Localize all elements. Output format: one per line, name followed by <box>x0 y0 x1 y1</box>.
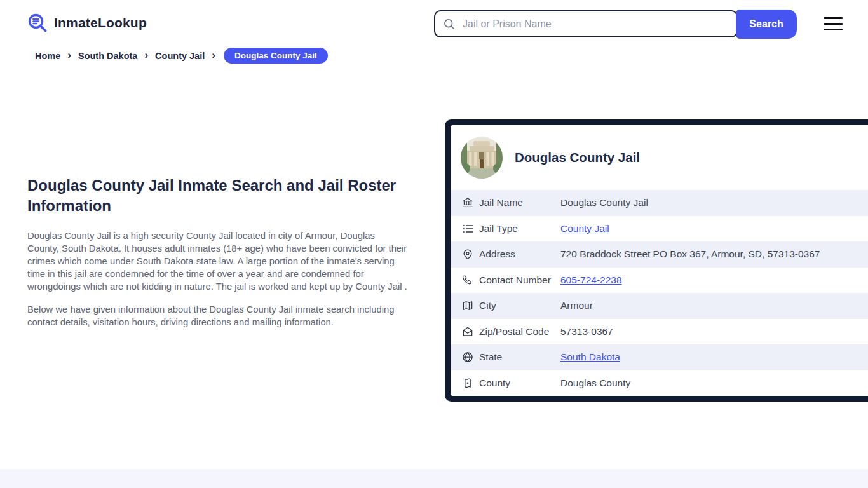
card-header: Douglas County Jail <box>451 125 868 190</box>
row-label: City <box>479 300 560 311</box>
row-label: State <box>479 351 560 363</box>
row-label: Contact Number <box>479 274 560 286</box>
chevron-right-icon: › <box>212 50 215 60</box>
globe-icon <box>461 351 474 363</box>
row-value: 720 Braddock Street PO Box 367, Armour, … <box>560 248 820 260</box>
breadcrumb-home[interactable]: Home <box>35 51 60 61</box>
intro-paragraph: Douglas County Jail is a high security C… <box>27 229 409 293</box>
contact-number-link[interactable]: 605-724-2238 <box>560 274 622 286</box>
search-bar: Search <box>434 10 796 39</box>
table-row-jail-type: Jail Type County Jail <box>451 216 868 242</box>
breadcrumb-current-badge: Douglas County Jail <box>224 48 328 64</box>
map-icon <box>461 299 474 312</box>
brand-logo[interactable]: InmateLookup <box>27 12 147 34</box>
bank-icon <box>461 196 474 209</box>
card-title: Douglas County Jail <box>515 150 640 165</box>
county-map-icon <box>461 377 474 390</box>
brand-name: InmateLookup <box>54 15 147 30</box>
row-value: 57313-0367 <box>560 326 613 337</box>
row-label: Jail Type <box>479 223 560 234</box>
jail-info-table: Jail Name Douglas County Jail Jail Type … <box>451 190 868 396</box>
row-value: Douglas County Jail <box>560 197 648 208</box>
jail-type-link[interactable]: County Jail <box>560 223 609 234</box>
page-title: Douglas County Jail Inmate Search and Ja… <box>27 175 409 216</box>
secondary-paragraph: Below we have given information about th… <box>27 303 409 329</box>
row-value: Douglas County <box>560 377 630 389</box>
state-link[interactable]: South Dakota <box>560 351 620 363</box>
search-input[interactable] <box>461 18 729 30</box>
list-icon <box>461 222 474 235</box>
table-row-city: City Armour <box>451 293 868 319</box>
row-label: County <box>479 377 560 389</box>
hamburger-menu-icon[interactable] <box>824 17 843 30</box>
mail-icon <box>461 325 474 338</box>
breadcrumb: Home › South Dakota › County Jail › Doug… <box>35 48 328 64</box>
search-field[interactable] <box>434 10 738 37</box>
location-pin-icon <box>461 248 474 261</box>
row-label: Address <box>479 248 560 260</box>
table-row-address: Address 720 Braddock Street PO Box 367, … <box>451 241 868 268</box>
table-row-state: State South Dakota <box>451 344 868 370</box>
magnifier-document-icon <box>27 12 48 34</box>
table-row-jail-name: Jail Name Douglas County Jail <box>451 190 868 216</box>
search-button[interactable]: Search <box>736 10 797 39</box>
table-row-zip: Zip/Postal Code 57313-0367 <box>451 319 868 345</box>
table-row-contact-number: Contact Number 605-724-2238 <box>451 268 868 294</box>
chevron-right-icon: › <box>67 50 71 60</box>
jail-info-card: Douglas County Jail Jail Name Douglas Co… <box>445 119 868 402</box>
row-label: Jail Name <box>479 197 560 208</box>
courthouse-photo <box>461 137 503 179</box>
row-value: Armour <box>560 300 593 311</box>
table-row-county: County Douglas County <box>451 370 868 396</box>
search-icon <box>443 18 456 30</box>
chevron-right-icon: › <box>144 50 148 60</box>
article: Douglas County Jail Inmate Search and Ja… <box>27 175 409 339</box>
breadcrumb-county-jail[interactable]: County Jail <box>155 51 205 61</box>
phone-icon <box>461 274 474 287</box>
breadcrumb-state[interactable]: South Dakota <box>78 51 137 61</box>
footer-strip <box>0 469 868 488</box>
row-label: Zip/Postal Code <box>479 326 560 337</box>
